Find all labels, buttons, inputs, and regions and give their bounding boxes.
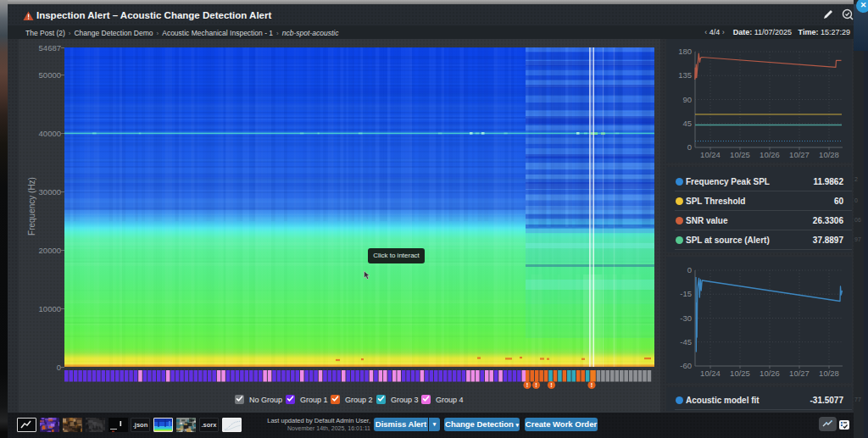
svg-text:!: ! xyxy=(591,381,593,389)
svg-text:10/24: 10/24 xyxy=(700,369,721,378)
svg-text:!: ! xyxy=(535,381,537,389)
svg-text:10/28: 10/28 xyxy=(819,150,839,159)
svg-text:!: ! xyxy=(550,381,553,389)
svg-text:0: 0 xyxy=(687,142,692,152)
svg-text:90: 90 xyxy=(682,95,692,104)
svg-text:0: 0 xyxy=(687,265,692,274)
svg-text:-15: -15 xyxy=(680,289,692,298)
svg-text:10/25: 10/25 xyxy=(730,369,750,378)
svg-text:!: ! xyxy=(526,381,529,389)
svg-text:10/27: 10/27 xyxy=(789,369,810,378)
svg-text:10/26: 10/26 xyxy=(760,150,780,159)
svg-text:-45: -45 xyxy=(680,337,692,347)
svg-text:10/27: 10/27 xyxy=(789,150,810,159)
svg-text:-60: -60 xyxy=(680,361,692,370)
svg-text:-30: -30 xyxy=(680,313,692,323)
svg-text:180: 180 xyxy=(678,47,692,56)
svg-text:45: 45 xyxy=(682,119,692,128)
svg-text:10/28: 10/28 xyxy=(819,369,839,378)
svg-text:10/26: 10/26 xyxy=(760,369,780,378)
svg-text:135: 135 xyxy=(678,70,692,80)
svg-text:10/24: 10/24 xyxy=(700,150,721,159)
svg-text:10/25: 10/25 xyxy=(730,150,750,159)
